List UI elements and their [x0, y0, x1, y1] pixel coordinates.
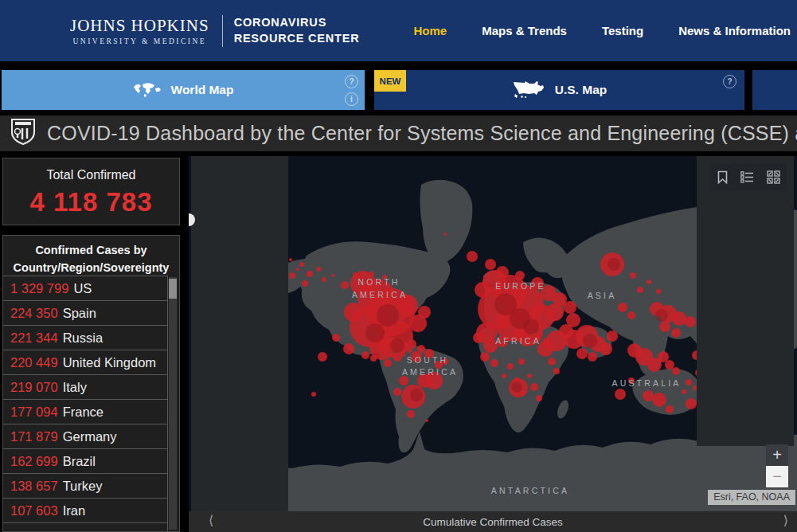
- country-name: Turkey: [63, 479, 103, 494]
- brand-line2: RESOURCE CENTER: [234, 31, 360, 47]
- country-name: Brazil: [63, 454, 96, 469]
- country-list-header: Confirmed Cases by Country/Region/Sovere…: [3, 236, 179, 276]
- country-case-count: 221 344: [10, 331, 58, 346]
- country-case-count: 220 449: [10, 355, 58, 370]
- basemap-grid-icon[interactable]: [767, 170, 780, 184]
- svg-text:NORTH: NORTH: [357, 277, 400, 287]
- country-name: France: [63, 405, 104, 420]
- map-attribution: Esri, FAO, NOAA: [708, 490, 795, 505]
- page-title: COVID-19 Dashboard by the Center for Sys…: [47, 122, 797, 145]
- zoom-in-button[interactable]: +: [766, 444, 788, 466]
- total-confirmed-label: Total Confirmed: [3, 168, 179, 182]
- dashboard-title-bar: COVID-19 Dashboard by the Center for Sys…: [0, 115, 797, 151]
- country-case-count: 162 699: [10, 454, 58, 469]
- site-header: JOHNS HOPKINS UNIVERSITY & MEDICINE CORO…: [0, 0, 797, 61]
- tab-world-map-label: World Map: [171, 83, 234, 97]
- legend-list-icon[interactable]: [740, 171, 754, 183]
- country-name: US: [73, 281, 92, 296]
- carousel-title: Cumulative Confirmed Cases: [423, 516, 563, 528]
- tab-us-map-label: U.S. Map: [555, 83, 607, 97]
- logo-university-name: JOHNS HOPKINS: [70, 16, 209, 36]
- total-confirmed-value: 4 118 783: [3, 187, 179, 217]
- unloaded-tile-left: [191, 156, 288, 511]
- country-row[interactable]: 1 329 799US: [3, 276, 168, 300]
- country-row[interactable]: 221 344Russia: [3, 325, 168, 350]
- country-row[interactable]: 177 094France: [3, 399, 168, 424]
- us-map-icon: [512, 80, 545, 100]
- country-row[interactable]: 162 699Brazil: [3, 448, 168, 473]
- logo-university-sub: UNIVERSITY & MEDICINE: [70, 37, 209, 45]
- svg-text:AFRICA: AFRICA: [495, 336, 541, 346]
- bottom-carousel-bar: ⟨ Cumulative Confirmed Cases ⟩: [189, 511, 797, 532]
- country-name: United Kingdom: [63, 355, 156, 370]
- svg-text:ASIA: ASIA: [588, 291, 617, 300]
- jhu-logo[interactable]: JOHNS HOPKINS UNIVERSITY & MEDICINE CORO…: [70, 15, 359, 47]
- world-map-view[interactable]: NORTHAMERICAEUROPEASIASOUTHAMERICAAFRICA…: [189, 156, 797, 511]
- country-row[interactable]: 219 070Italy: [3, 374, 168, 399]
- nav-maps-trends[interactable]: Maps & Trends: [482, 24, 567, 37]
- nav-news-information[interactable]: News & Information: [678, 24, 791, 37]
- country-case-count: 171 879: [10, 429, 58, 444]
- scrollbar-thumb[interactable]: [169, 279, 177, 299]
- tab-next-partial[interactable]: [752, 70, 797, 110]
- country-case-count: 224 350: [10, 306, 58, 321]
- nav-testing[interactable]: Testing: [602, 24, 643, 37]
- svg-text:AUSTRALIA: AUSTRALIA: [611, 378, 681, 388]
- country-name: Spain: [63, 306, 96, 321]
- country-list: 1 329 799US224 350Spain221 344Russia220 …: [3, 276, 168, 531]
- main-nav: HomeMaps & TrendsTestingNews & Informati…: [414, 0, 791, 61]
- confirmed-by-country-panel: Confirmed Cases by Country/Region/Sovere…: [2, 235, 180, 532]
- country-list-scrollbar[interactable]: [169, 277, 177, 530]
- country-case-count: 219 070: [10, 380, 58, 395]
- logo-divider: [222, 15, 223, 47]
- svg-text:SOUTH: SOUTH: [407, 355, 449, 365]
- brand-line1: CORONAVIRUS: [234, 15, 360, 31]
- covid-dashboard-page: JOHNS HOPKINS UNIVERSITY & MEDICINE CORO…: [0, 0, 797, 532]
- country-row[interactable]: 224 350Spain: [3, 300, 168, 325]
- unloaded-tile-right: [697, 156, 794, 446]
- country-case-count: 1 329 799: [10, 281, 68, 296]
- svg-text:EUROPE: EUROPE: [495, 281, 546, 291]
- svg-text:AMERICA: AMERICA: [402, 367, 458, 377]
- country-name: Iran: [63, 503, 85, 518]
- country-row[interactable]: [3, 522, 168, 532]
- world-map-info-icon[interactable]: i: [345, 92, 358, 106]
- country-row[interactable]: 171 879Germany: [3, 424, 168, 448]
- country-case-count: 138 657: [10, 479, 58, 494]
- carousel-prev-icon[interactable]: ⟨: [209, 513, 213, 528]
- new-badge: NEW: [374, 70, 406, 92]
- svg-text:AMERICA: AMERICA: [352, 290, 408, 299]
- country-case-count: 177 094: [10, 405, 58, 420]
- country-name: Italy: [63, 380, 87, 395]
- nav-home[interactable]: Home: [414, 24, 447, 37]
- world-map-icon: [133, 82, 162, 98]
- stats-sidebar: Total Confirmed 4 118 783 Confirmed Case…: [0, 156, 182, 532]
- country-row[interactable]: 138 657Turkey: [3, 473, 168, 498]
- country-name: Russia: [63, 331, 103, 346]
- us-map-help-icon[interactable]: ?: [723, 75, 736, 88]
- carousel-next-icon[interactable]: ⟩: [783, 513, 788, 528]
- zoom-out-button[interactable]: −: [766, 466, 788, 487]
- bookmark-icon[interactable]: [717, 170, 728, 184]
- map-toolbar: [711, 163, 787, 190]
- map-tab-bar: World Map ? i NEW U.S. Map ?: [0, 61, 797, 115]
- svg-text:ANTARCTICA: ANTARCTICA: [491, 486, 569, 495]
- tab-us-map[interactable]: U.S. Map ?: [374, 70, 744, 110]
- total-confirmed-panel: Total Confirmed 4 118 783: [2, 158, 180, 225]
- world-map-help-icon[interactable]: ?: [345, 75, 358, 88]
- country-name: Germany: [63, 429, 117, 444]
- tab-world-map[interactable]: World Map ? i: [2, 70, 365, 110]
- country-case-count: 107 603: [10, 503, 58, 518]
- jhu-shield-icon: [10, 118, 36, 149]
- country-row[interactable]: 107 603Iran: [3, 498, 168, 522]
- country-row[interactable]: 220 449United Kingdom: [3, 350, 168, 374]
